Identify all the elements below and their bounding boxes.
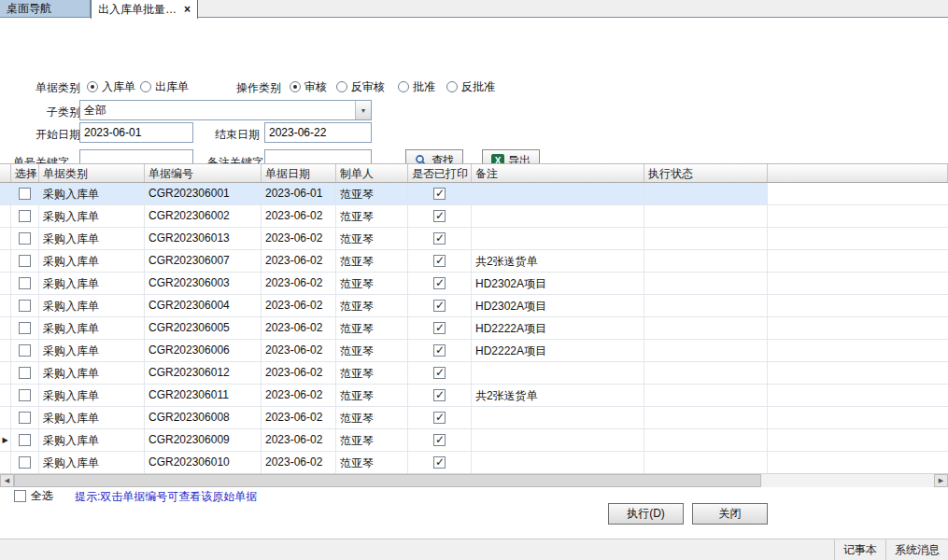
radio-unaudit[interactable]: 反审核 [336, 79, 385, 94]
row-select-checkbox[interactable] [19, 456, 31, 469]
cell-doc-no[interactable]: CGR202306007 [145, 250, 262, 272]
grid-column-header[interactable]: 单据类别 [39, 164, 145, 182]
cell-doc-no[interactable]: CGR202306006 [145, 340, 262, 361]
grid-row[interactable]: 采购入库单CGR2023060022023-06-02范亚琴 [0, 205, 948, 228]
grid-column-header[interactable]: 单据编号 [145, 164, 262, 182]
grid-row[interactable]: ▶采购入库单CGR2023060092023-06-02范亚琴 [0, 429, 948, 452]
row-select-checkbox[interactable] [19, 255, 31, 267]
radio-icon [446, 81, 458, 92]
tab-close-icon[interactable]: × [184, 3, 191, 16]
row-select-checkbox[interactable] [19, 210, 31, 222]
statusbar-item-notepad[interactable]: 记事本 [834, 539, 885, 560]
row-select-cell[interactable] [11, 385, 39, 406]
start-date-input[interactable] [79, 122, 193, 143]
cell-doc-no[interactable]: CGR202306001 [145, 183, 262, 204]
cell-doc-no[interactable]: CGR202306012 [145, 362, 262, 384]
grid-column-header[interactable]: 制单人 [336, 164, 408, 182]
row-select-checkbox[interactable] [19, 412, 31, 424]
cell-doc-no[interactable]: CGR202306008 [145, 407, 262, 428]
row-select-cell[interactable] [11, 250, 39, 272]
row-select-cell[interactable] [11, 205, 39, 227]
cell-doc-no[interactable]: CGR202306003 [145, 273, 262, 294]
row-select-cell[interactable] [11, 340, 39, 361]
execute-button[interactable]: 执行(D) [608, 503, 684, 525]
grid-row[interactable]: 采购入库单CGR2023060132023-06-02范亚琴 [0, 228, 948, 250]
row-select-checkbox[interactable] [19, 232, 31, 245]
end-date-label: 结束日期 [215, 127, 260, 143]
row-select-checkbox[interactable] [19, 344, 31, 357]
scrollbar-track[interactable] [761, 474, 934, 487]
cell-doc-no[interactable]: CGR202306005 [145, 317, 262, 339]
cell-doc-date: 2023-06-02 [262, 340, 336, 361]
cell-doc-no[interactable]: CGR202306009 [145, 429, 262, 451]
row-indicator [0, 183, 11, 204]
close-button[interactable]: 关闭 [692, 503, 768, 525]
grid-row[interactable]: 采购入库单CGR2023060012023-06-01范亚琴 [0, 183, 948, 205]
row-select-cell[interactable] [11, 228, 39, 249]
grid-row[interactable]: 采购入库单CGR2023060032023-06-02范亚琴HD2302A项目 [0, 273, 948, 295]
end-date-input[interactable] [264, 122, 372, 143]
cell-doc-no[interactable]: CGR202306002 [145, 205, 262, 227]
cell-doc-no[interactable]: CGR202306004 [145, 295, 262, 316]
horizontal-scrollbar[interactable]: ◀ ▶ [0, 473, 948, 487]
scroll-right-icon[interactable]: ▶ [934, 474, 948, 487]
row-select-cell[interactable] [11, 273, 39, 294]
row-select-checkbox[interactable] [19, 188, 31, 200]
row-select-cell[interactable] [11, 429, 39, 451]
tab-batch-docs[interactable]: 出入库单批量… × [91, 0, 198, 19]
grid-column-header[interactable]: 执行状态 [644, 164, 768, 182]
select-all-checkbox[interactable] [14, 490, 26, 502]
radio-unapprove[interactable]: 反批准 [446, 79, 495, 94]
grid-row[interactable]: 采购入库单CGR2023060042023-06-02范亚琴HD2302A项目 [0, 295, 948, 317]
radio-inbound[interactable]: 入库单 [87, 79, 135, 94]
row-select-cell[interactable] [11, 362, 39, 384]
cell-status [644, 362, 768, 384]
row-select-cell[interactable] [11, 295, 39, 316]
subcategory-select[interactable]: 全部 ▼ [79, 100, 372, 120]
cell-doc-no[interactable]: CGR202306011 [145, 385, 262, 406]
row-select-checkbox[interactable] [19, 300, 31, 312]
grid-column-header[interactable]: 备注 [472, 164, 644, 182]
row-select-cell[interactable] [11, 183, 39, 204]
chevron-down-icon[interactable]: ▼ [355, 101, 371, 119]
radio-outbound[interactable]: 出库单 [140, 79, 189, 94]
select-all-control[interactable]: 全选 [14, 488, 53, 504]
cell-filler [768, 295, 948, 316]
cell-doc-type: 采购入库单 [39, 183, 145, 204]
cell-remark: 共2张送货单 [472, 250, 644, 272]
cell-doc-type: 采购入库单 [39, 362, 145, 384]
grid-column-header[interactable]: 单据日期 [262, 164, 336, 182]
grid-row[interactable]: 采购入库单CGR2023060102023-06-02范亚琴 [0, 452, 948, 474]
grid-indicator-header [0, 164, 11, 182]
grid-column-header[interactable]: 是否已打印 [408, 164, 472, 182]
subcategory-value: 全部 [84, 103, 355, 119]
row-select-checkbox[interactable] [19, 367, 31, 379]
radio-approve[interactable]: 批准 [398, 79, 435, 94]
grid-row[interactable]: 采购入库单CGR2023060112023-06-02范亚琴共2张送货单 [0, 385, 948, 407]
cell-creator: 范亚琴 [336, 340, 408, 361]
tab-desktop-nav[interactable]: 桌面导航 [0, 0, 91, 17]
row-select-checkbox[interactable] [19, 389, 31, 401]
grid-column-header[interactable]: 选择 [11, 164, 39, 182]
radio-audit[interactable]: 审核 [290, 79, 327, 94]
row-select-cell[interactable] [11, 407, 39, 428]
cell-doc-no[interactable]: CGR202306013 [145, 228, 262, 249]
grid-row[interactable]: 采购入库单CGR2023060082023-06-02范亚琴 [0, 407, 948, 429]
row-select-checkbox[interactable] [19, 322, 31, 334]
grid-row[interactable]: 采购入库单CGR2023060052023-06-02范亚琴HD2222A项目 [0, 317, 948, 340]
cell-doc-no[interactable]: CGR202306010 [145, 452, 262, 473]
scrollbar-thumb[interactable] [14, 474, 761, 487]
cell-printed [408, 407, 472, 428]
scroll-left-icon[interactable]: ◀ [0, 474, 14, 487]
row-select-cell[interactable] [11, 452, 39, 473]
row-select-checkbox[interactable] [19, 277, 31, 289]
grid-row[interactable]: 采购入库单CGR2023060122023-06-02范亚琴 [0, 362, 948, 385]
statusbar-item-sysmsg[interactable]: 系统消息 [885, 539, 948, 560]
cell-remark: HD2222A项目 [472, 340, 644, 361]
cell-status [644, 317, 768, 339]
grid-row[interactable]: 采购入库单CGR2023060072023-06-02范亚琴共2张送货单 [0, 250, 948, 273]
row-select-checkbox[interactable] [19, 434, 31, 446]
grid-row[interactable]: 采购入库单CGR2023060062023-06-02范亚琴HD2222A项目 [0, 340, 948, 362]
cell-printed [408, 228, 472, 249]
row-select-cell[interactable] [11, 317, 39, 339]
